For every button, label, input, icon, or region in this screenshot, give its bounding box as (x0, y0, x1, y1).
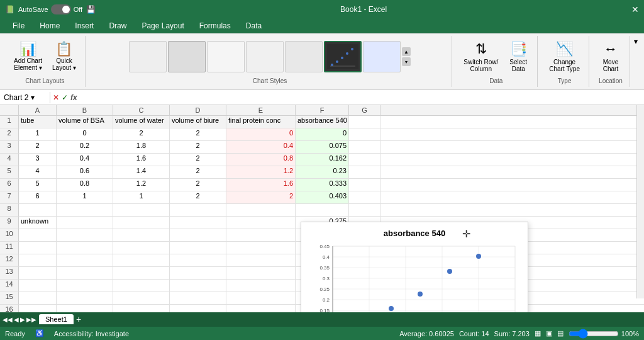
cell-e2[interactable]: 0 (226, 128, 296, 141)
move-chart-button[interactable]: ↔ MoveChart (597, 38, 625, 75)
row-header-14[interactable]: 14 (0, 280, 19, 292)
cell-c7[interactable]: 1 (113, 191, 170, 204)
cell-b8[interactable] (57, 204, 113, 217)
chart-style-4[interactable] (246, 41, 284, 72)
cell-e7[interactable]: 2 (226, 191, 296, 204)
cell-b7[interactable]: 1 (57, 191, 113, 204)
zoom-control[interactable]: 100% (569, 330, 639, 337)
tab-insert[interactable]: Insert (67, 19, 101, 33)
cell-g2[interactable] (349, 128, 380, 141)
cell-f5[interactable]: 0.23 (296, 166, 349, 179)
cell-a8[interactable] (19, 204, 57, 217)
col-header-f[interactable]: F (296, 105, 349, 115)
cell-b3[interactable]: 0.2 (57, 141, 113, 154)
cell-g4[interactable] (349, 154, 380, 166)
chart-style-scroll-up[interactable]: ▲ (402, 47, 411, 56)
cell-c5[interactable]: 1.4 (113, 166, 170, 179)
row-header-8[interactable]: 8 (0, 204, 19, 217)
cell-c6[interactable]: 1.2 (113, 179, 170, 191)
row-header-7[interactable]: 7 (0, 191, 19, 204)
cell-d4[interactable]: 2 (170, 154, 226, 166)
row-header-5[interactable]: 5 (0, 166, 19, 179)
cell-a5[interactable]: 4 (19, 166, 57, 179)
row-header-2[interactable]: 2 (0, 128, 19, 141)
cell-d5[interactable]: 2 (170, 166, 226, 179)
cell-a4[interactable]: 3 (19, 154, 57, 166)
ribbon-expand[interactable]: ▾ (633, 36, 639, 87)
zoom-slider[interactable] (569, 331, 619, 336)
chart-style-6-active[interactable] (324, 41, 362, 72)
vertical-scrollbar[interactable] (636, 105, 644, 298)
sheet-nav-next[interactable]: ▶ (20, 316, 25, 323)
save-icon[interactable]: 💾 (86, 5, 96, 14)
cell-f2[interactable]: 0 (296, 128, 349, 141)
sheet-tab-sheet1[interactable]: Sheet1 (39, 314, 74, 324)
cell-a2[interactable]: 1 (19, 128, 57, 141)
add-chart-element-button[interactable]: 📊 Add ChartElement ▾ (10, 40, 46, 74)
cell-f1[interactable]: absorbance 540 (296, 116, 349, 128)
tab-formulas[interactable]: Formulas (192, 19, 238, 33)
sheet-nav-prev[interactable]: ◀ (14, 316, 19, 323)
cell-c9[interactable] (113, 217, 170, 229)
cell-a3[interactable]: 2 (19, 141, 57, 154)
row-header-9[interactable]: 9 (0, 217, 19, 229)
chart-style-scroll-down[interactable]: ▾ (402, 57, 411, 66)
col-header-g[interactable]: G (349, 105, 380, 115)
row-header-1[interactable]: 1 (0, 116, 19, 128)
close-button[interactable]: ✕ (631, 4, 639, 14)
cell-d3[interactable]: 2 (170, 141, 226, 154)
tab-home[interactable]: Home (32, 19, 67, 33)
col-header-c[interactable]: C (113, 105, 170, 115)
cell-g3[interactable] (349, 141, 380, 154)
cell-a9[interactable]: unknown (19, 217, 57, 229)
cell-c8[interactable] (113, 204, 170, 217)
chart-style-7[interactable] (363, 41, 401, 72)
switch-row-column-button[interactable]: ⇅ Switch Row/Column (460, 38, 502, 75)
cell-b1[interactable]: volume of BSA (57, 116, 113, 128)
cell-f3[interactable]: 0.075 (296, 141, 349, 154)
tab-data[interactable]: Data (238, 19, 269, 33)
cell-c3[interactable]: 1.8 (113, 141, 170, 154)
cell-d7[interactable]: 2 (170, 191, 226, 204)
cell-g7[interactable] (349, 191, 380, 204)
row-header-10[interactable]: 10 (0, 229, 19, 242)
row-header-3[interactable]: 3 (0, 141, 19, 154)
cell-b4[interactable]: 0.4 (57, 154, 113, 166)
tab-draw[interactable]: Draw (101, 19, 134, 33)
row-header-4[interactable]: 4 (0, 154, 19, 166)
cell-c1[interactable]: volume of water (113, 116, 170, 128)
formula-cancel-icon[interactable]: ✕ (53, 93, 59, 102)
sheet-nav-first[interactable]: ◀◀ (3, 316, 13, 323)
cell-f6[interactable]: 0.333 (296, 179, 349, 191)
change-chart-type-button[interactable]: 📉 ChangeChart Type (545, 38, 584, 75)
cell-d1[interactable]: volume of biure (170, 116, 226, 128)
view-normal-icon[interactable]: ▦ (535, 329, 541, 337)
cell-a1[interactable]: tube (19, 116, 57, 128)
tab-page-layout[interactable]: Page Layout (134, 19, 191, 33)
chart-container[interactable]: absorbance 540 0.45 0.4 0.35 (301, 222, 528, 312)
cell-f8[interactable] (296, 204, 349, 217)
chart-style-1[interactable] (129, 41, 167, 72)
cell-e6[interactable]: 1.6 (226, 179, 296, 191)
cell-c4[interactable]: 1.6 (113, 154, 170, 166)
cell-f7[interactable]: 0.403 (296, 191, 349, 204)
col-header-d[interactable]: D (170, 105, 226, 115)
cell-e8[interactable] (226, 204, 296, 217)
name-box[interactable]: Chart 2 ▾ (0, 92, 50, 103)
formula-fx-icon[interactable]: fx (70, 93, 77, 102)
chart-style-2[interactable] (168, 41, 206, 72)
autosave-toggle-btn[interactable] (51, 4, 71, 14)
cell-b2[interactable]: 0 (57, 128, 113, 141)
row-header-12[interactable]: 12 (0, 254, 19, 267)
cell-e5[interactable]: 1.2 (226, 166, 296, 179)
select-data-button[interactable]: 📑 SelectData (504, 38, 532, 75)
cell-d9[interactable] (170, 217, 226, 229)
cell-b5[interactable]: 0.6 (57, 166, 113, 179)
tab-file[interactable]: File (5, 19, 32, 33)
view-page-break-icon[interactable]: ▤ (557, 329, 564, 337)
cell-a7[interactable]: 6 (19, 191, 57, 204)
add-sheet-button[interactable]: + (74, 314, 84, 324)
cell-e4[interactable]: 0.8 (226, 154, 296, 166)
row-header-15[interactable]: 15 (0, 292, 19, 305)
cell-g6[interactable] (349, 179, 380, 191)
